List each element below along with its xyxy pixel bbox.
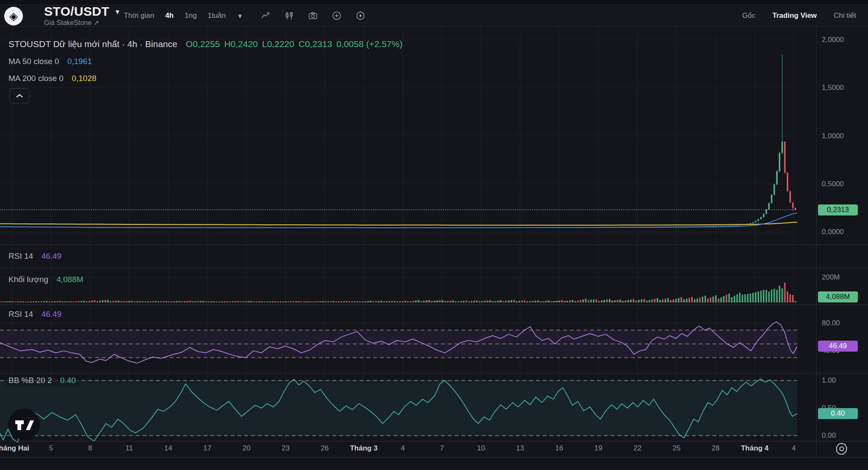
time-axis-label[interactable]: 16 [555, 444, 563, 453]
candlestick-icon[interactable] [285, 11, 294, 20]
close-label: C [299, 39, 305, 49]
ma200-legend[interactable]: MA 200 close 0 0,1028 [8, 74, 96, 83]
price-axis-label: 0,5000 [822, 180, 844, 188]
tab-chi-tiết[interactable]: Chi tiết [834, 11, 856, 20]
rsi-collapsed-label: RSI 14 [8, 252, 33, 260]
time-axis-label[interactable]: 20 [243, 444, 251, 453]
ma200-value: 0,1028 [72, 74, 96, 83]
time-axis-label[interactable]: 14 [164, 444, 172, 453]
volume-value: 4,088M [56, 275, 83, 284]
change-value: 0,0058 (+2.57%) [336, 39, 402, 49]
time-axis-label[interactable]: 5 [49, 444, 53, 453]
timeframe-label: Thời gian [124, 11, 154, 20]
ohlc-values: O0,2255H0,2420L0,2220C0,23130,0058 (+2.5… [186, 39, 402, 49]
volume-label: Khối lượng [8, 275, 48, 284]
add-circle-icon[interactable] [332, 11, 341, 20]
timeframe-1tuần[interactable]: 1tuần [208, 11, 226, 20]
symbol-subtitle-link[interactable]: Giá StakeStone ↗ [44, 19, 99, 27]
close-value: 0,2313 [305, 39, 332, 49]
time-axis-label[interactable]: 7 [440, 444, 444, 453]
price-axis-label: 0,0000 [822, 228, 844, 236]
time-axis-label[interactable]: 13 [516, 444, 524, 453]
tab-trading-view[interactable]: Trading View [773, 11, 817, 20]
bb-label: BB %B 20 2 [8, 376, 52, 385]
trading-chart-app: ◈ STO/USDT ▼ Giá StakeStone ↗ Thời gian … [0, 0, 868, 470]
tradingview-logo[interactable] [8, 408, 40, 440]
current-volume-badge: 4,088M [818, 291, 858, 302]
toolbar-icons [261, 11, 365, 20]
time-axis-label[interactable]: 23 [282, 444, 290, 453]
rsi-pane-label[interactable]: RSI 14 46.49 [8, 310, 61, 319]
low-label: L [262, 39, 267, 49]
view-tabs: GốcTrading ViewChi tiết [742, 5, 856, 26]
time-axis-label[interactable]: 22 [634, 444, 642, 453]
line-chart-icon[interactable] [261, 11, 270, 20]
time-axis-settings-button[interactable] [834, 442, 850, 459]
time-axis-label[interactable]: 4 [401, 444, 405, 453]
time-axis-label[interactable]: 26 [321, 444, 329, 453]
volume-pane-label[interactable]: Khối lượng 4,088M [8, 275, 84, 284]
ma50-label: MA 50 close 0 [8, 57, 59, 66]
bb-axis-label: 1.00 [822, 376, 836, 385]
symbol-title[interactable]: STO/USDT [44, 4, 109, 19]
high-value: 0,2420 [231, 39, 258, 49]
stakestone-logo-icon[interactable]: ◈ [4, 7, 23, 25]
badge-icon[interactable] [356, 11, 365, 20]
time-axis-label[interactable]: 10 [477, 444, 485, 453]
rsi-label: RSI 14 [8, 310, 33, 319]
chevron-down-icon[interactable]: ▼ [114, 8, 121, 15]
time-axis-label[interactable]: Tháng 4 [741, 444, 768, 453]
timeframe-4h[interactable]: 4h [165, 11, 174, 20]
bb-pane-label[interactable]: BB %B 20 2 0.40 [5, 375, 79, 386]
tab-gốc[interactable]: Gốc [742, 11, 755, 20]
bb-value: 0.40 [60, 376, 76, 385]
ma200-label: MA 200 close 0 [8, 74, 64, 83]
camera-icon[interactable] [308, 11, 318, 20]
gem-icon: ◈ [9, 10, 18, 23]
current-rsi-badge: 46.49 [818, 341, 858, 352]
time-axis-label[interactable]: Tháng 3 [350, 444, 377, 453]
rsi-collapsed-value: 46.49 [41, 252, 61, 260]
bottom-strip [0, 458, 868, 470]
time-axis-label[interactable]: Tháng Hai [0, 444, 29, 453]
toolbar: ◈ STO/USDT ▼ Giá StakeStone ↗ Thời gian … [0, 5, 868, 27]
time-axis-label[interactable]: 17 [204, 444, 212, 453]
top-hairline [0, 0, 868, 5]
collapse-legend-button[interactable] [9, 88, 30, 104]
tradingview-mark-icon [8, 408, 40, 440]
current-bb-badge: 0.40 [818, 408, 858, 419]
low-value: 0,2220 [267, 39, 294, 49]
rsi-collapsed-pane-label[interactable]: RSI 14 46.49 [8, 252, 61, 261]
time-axis-label[interactable]: 28 [712, 444, 720, 453]
volume-axis-label: 200M [822, 273, 840, 282]
time-axis-label[interactable]: 8 [88, 444, 92, 453]
chart-canvas[interactable] [0, 0, 868, 470]
timeframe-1ng[interactable]: 1ng [184, 11, 196, 20]
timeframe-dropdown-icon[interactable]: ▼ [237, 12, 243, 20]
timeframe-buttons: 4h1ng1tuần [165, 11, 226, 20]
ma50-legend[interactable]: MA 50 close 0 0,1961 [8, 57, 92, 66]
chart-legend[interactable]: STOUSDT Dữ liệu mới nhất · 4h · Binance … [8, 39, 402, 49]
price-axis-label: 2,0000 [822, 36, 844, 44]
gear-icon [834, 442, 850, 457]
open-label: O [186, 39, 193, 49]
time-axis-label[interactable]: 25 [673, 444, 681, 453]
time-axis-label[interactable]: 11 [126, 444, 133, 453]
price-axis-label: 1,0000 [822, 132, 844, 140]
rsi-value: 46.49 [41, 310, 61, 319]
legend-title: STOUSDT Dữ liệu mới nhất · 4h · Binance [8, 39, 177, 49]
rsi-axis-label: 80.00 [822, 319, 840, 327]
ma50-value: 0,1961 [67, 57, 92, 66]
price-axis-label: 1,5000 [822, 84, 844, 92]
high-label: H [224, 39, 231, 49]
current-price-badge: 0,2313 [818, 204, 858, 215]
timeframe-group: Thời gian 4h1ng1tuần ▼ [124, 5, 365, 26]
bb-axis-label: 0.00 [822, 431, 836, 440]
open-value: 0,2255 [193, 39, 220, 49]
chevron-up-icon [14, 93, 25, 99]
time-axis-label[interactable]: 4 [792, 444, 795, 453]
time-axis-label[interactable]: 19 [594, 444, 603, 453]
